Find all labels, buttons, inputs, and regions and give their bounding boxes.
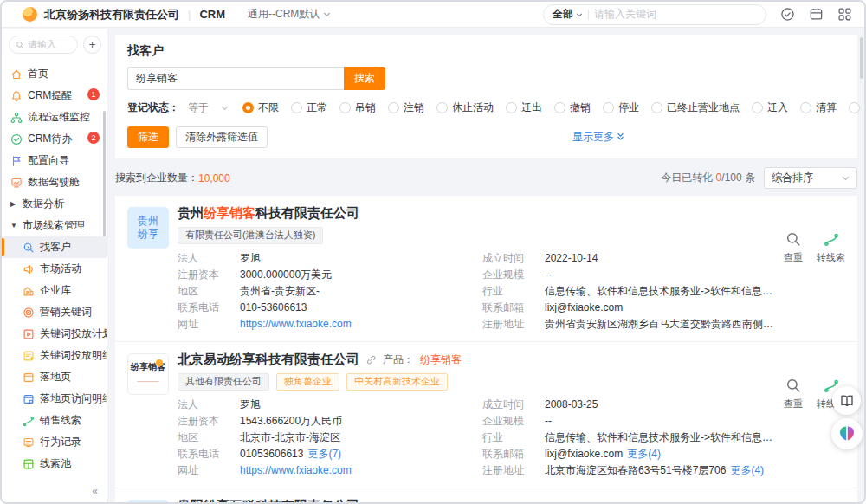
sidebar-item-speaker[interactable]: 市场活动 [2, 258, 107, 280]
company-name[interactable]: 北京易动纷享科技有限责任公司 [178, 352, 359, 368]
field-label: 行业 [482, 430, 545, 446]
status-radio-清算[interactable]: 清算 [800, 100, 837, 115]
dedupe-check-button[interactable]: 查重 [784, 378, 803, 410]
sidebar-item-page-visit[interactable]: 落地页访问明细 [2, 388, 107, 410]
more-link[interactable]: 更多(4) [730, 462, 764, 479]
radio-icon [554, 102, 565, 113]
status-radio-迁入[interactable]: 迁入 [752, 100, 788, 115]
field-row: 注册地址 北京市海淀区知春路63号51号楼7层706更多(4) [482, 462, 779, 479]
sidebar-item-magnifier-q[interactable]: 找客户 [2, 236, 107, 258]
workspace-switcher[interactable]: 通用--CRM默认 [248, 7, 331, 22]
sidebar-item-bell[interactable]: CRM提醒1 [2, 85, 107, 107]
sidebar-item-市场线索管理[interactable]: ▼市场线索管理 [2, 215, 107, 236]
sidebar-search-input[interactable]: 请输入 [9, 36, 78, 54]
card-actions: 查重转线索 [779, 231, 845, 333]
sidebar-item-数据分析[interactable]: ▶数据分析 [2, 193, 107, 215]
sidebar-collapse-button[interactable]: « [92, 485, 98, 497]
apps-grid-icon[interactable] [837, 7, 852, 22]
add-button[interactable]: + [83, 36, 101, 54]
status-radio-休止活动[interactable]: 休止活动 [436, 100, 494, 115]
company-name[interactable]: 贵阳纷享互联科技有限责任公司 [178, 498, 359, 502]
show-more-link[interactable]: 显示更多 [572, 130, 624, 145]
product-label: 产品： [383, 352, 414, 367]
sidebar-item-label: 市场活动 [40, 262, 81, 276]
sidebar-item-building[interactable]: 企业库 [2, 280, 107, 301]
sidebar-item-record[interactable]: 行为记录 [2, 431, 107, 453]
page-visit-icon [23, 393, 35, 405]
field-row: 联系电话 010-53606613 [178, 300, 482, 316]
field-value: 贵州省贵安新区湖潮乡百马大道交黔贵路西南侧ZD-32地块产业孵化及金... [545, 316, 779, 333]
filter-operator-select[interactable]: 等于 [188, 100, 229, 115]
field-value: 信息传输、软件和信息技术服务业->软件和信息技术服务业 [545, 430, 779, 446]
sidebar-item-label: 行为记录 [40, 435, 81, 449]
sort-select[interactable]: 综合排序 [764, 167, 857, 189]
sidebar-item-route[interactable]: 销售线索 [2, 410, 107, 431]
dedupe-check-button[interactable]: 查重 [784, 231, 803, 264]
clear-filters-button[interactable]: 清除外露筛选值 [176, 126, 268, 148]
sidebar-item-plan[interactable]: 关键词投放计划 [2, 323, 107, 345]
search-button[interactable]: 搜索 [344, 67, 385, 90]
topbar-divider: | [188, 8, 191, 21]
status-radio-注销[interactable]: 注销 [388, 100, 424, 115]
status-radio-不限[interactable]: 不限 [242, 100, 279, 115]
sidebar-item-target[interactable]: 营销关键词 [2, 301, 107, 323]
search-scope-select[interactable]: 全部 [553, 7, 583, 22]
sidebar-item-label: CRM提醒 [28, 88, 72, 103]
sidebar-item-home[interactable]: 首页 [2, 63, 107, 85]
status-radio-撤销[interactable]: 撤销 [554, 100, 591, 115]
sidebar-item-check-circle[interactable]: CRM待办2 [2, 128, 107, 150]
radio-icon [506, 102, 517, 113]
more-link[interactable]: 更多(7) [307, 446, 341, 462]
topbar: 北京纷扬科技有限责任公司 | CRM 通用--CRM默认 全部 请输入关键词 [2, 2, 864, 28]
app-window: 北京纷扬科技有限责任公司 | CRM 通用--CRM默认 全部 请输入关键词 [0, 0, 866, 504]
ai-brain-icon [837, 424, 856, 443]
company-card: 贵州纷享 贵州纷享销客科技有限责任公司 有限责任公司(港澳台法人独资) 法人 罗… [115, 196, 857, 342]
global-search[interactable]: 全部 请输入关键词 [543, 4, 766, 25]
sidebar-item-客户及商机管理[interactable]: ▶客户及商机管理 [2, 475, 107, 476]
status-radio-吊销[interactable]: 吊销 [339, 100, 376, 115]
sidebar-item-flag[interactable]: 配置向导 [2, 150, 107, 171]
result-count-label: 搜索到企业数量： [115, 171, 198, 185]
sidebar-item-tree[interactable]: 流程运维监控 [2, 107, 107, 128]
field-value: -- [545, 413, 552, 430]
ai-assistant-button[interactable] [831, 418, 863, 449]
filter-button[interactable]: 筛选 [127, 126, 169, 148]
calendar-icon[interactable] [809, 7, 824, 22]
field-value: lixj@fxiaoke.com [545, 446, 623, 462]
field-value: 罗旭 [240, 397, 261, 413]
sidebar-item-detail[interactable]: 关键词投放明细 [2, 345, 107, 366]
app-tab-crm[interactable]: CRM [199, 8, 225, 21]
sidebar-item-pool[interactable]: 线索池 [2, 453, 107, 475]
sidebar: 请输入 + 首页CRM提醒1流程运维监控CRM待办2配置向导数据驾驶舱▶数据分析… [2, 29, 107, 502]
field-value: 1543.666200万人民币 [240, 413, 342, 430]
external-link-icon[interactable] [365, 354, 377, 365]
status-radio-废止[interactable]: 废止 [849, 100, 864, 115]
more-link[interactable]: 更多(4) [627, 446, 661, 462]
field-label: 联系电话 [178, 300, 240, 316]
status-radio-已终止营业地点[interactable]: 已终止营业地点 [651, 100, 740, 115]
status-radio-迁出[interactable]: 迁出 [506, 100, 542, 115]
field-label: 网址 [178, 462, 240, 479]
sidebar-item-dashboard[interactable]: 数据驾驶舱 [2, 171, 107, 193]
check-circle-icon [10, 133, 23, 145]
status-radio-正常[interactable]: 正常 [291, 100, 327, 115]
to-lead-button[interactable]: 转线索 [817, 231, 845, 264]
help-book-button[interactable] [832, 386, 861, 415]
field-value[interactable]: https://www.fxiaoke.com [240, 316, 352, 333]
radio-icon [242, 102, 254, 113]
field-label: 地区 [178, 283, 240, 300]
company-name[interactable]: 贵州纷享销客科技有限责任公司 [178, 205, 359, 222]
route-green-icon [824, 231, 839, 249]
field-row: 注册地址 贵州省贵安新区湖潮乡百马大道交黔贵路西南侧ZD-32地块产业孵化及金.… [482, 316, 779, 333]
status-radio-停业[interactable]: 停业 [603, 100, 639, 115]
main-scrollbar[interactable] [860, 37, 863, 79]
sidebar-scrollbar[interactable] [103, 111, 106, 236]
sidebar-item-page[interactable]: 落地页 [2, 366, 107, 388]
check-circle-icon[interactable] [780, 7, 795, 22]
sidebar-item-label: 线索池 [40, 456, 71, 471]
field-value[interactable]: https://www.fxiaoke.com [240, 462, 352, 479]
company-search-input[interactable] [127, 67, 344, 90]
double-chevron-down-icon [617, 132, 624, 141]
notification-badge: 2 [87, 132, 100, 144]
sidebar-item-label: 关键词投放计划 [40, 326, 107, 341]
